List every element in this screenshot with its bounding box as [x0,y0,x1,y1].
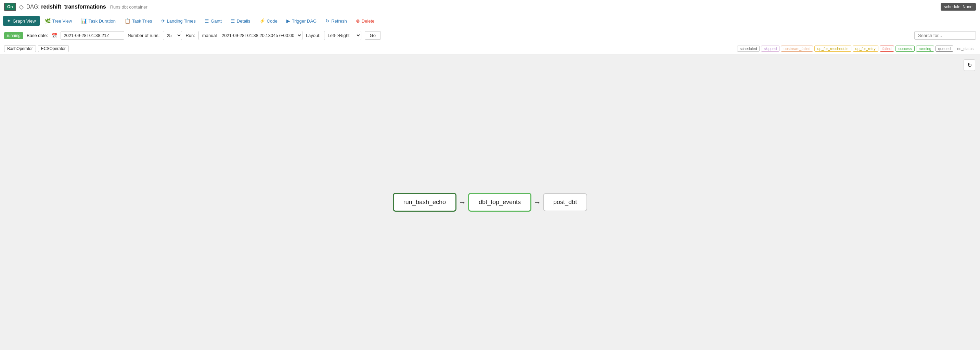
status-success[interactable]: success [896,46,915,52]
toolbar-row: running Base date: 📅 Number of runs: 25 … [0,28,980,43]
tab-code-label: Code [267,19,277,24]
code-icon: ⚡ [259,18,265,24]
tree-view-icon: 🌿 [45,18,51,24]
dag-node-dbt-top-events[interactable]: dbt_top_events [468,193,531,212]
arrow-1: → [458,198,466,207]
dag-node-run-bash-echo-label: run_bash_echo [403,199,446,206]
base-date-label: Base date: [27,33,48,38]
tab-graph-view[interactable]: ✦ Graph View [3,16,40,26]
refresh-icon: ↻ [325,18,329,24]
operator-badges: BashOperator ECSOperator [4,45,69,52]
status-failed[interactable]: failed [880,46,894,52]
status-scheduled[interactable]: scheduled [737,46,760,52]
tab-tree-view-label: Tree View [52,19,72,24]
search-input[interactable] [914,31,976,40]
tab-task-tries[interactable]: 📋 Task Tries [121,16,156,26]
tab-details-label: Details [237,19,250,24]
run-select[interactable]: manual__2021-09-28T01:38:20.130457+00:00 [199,31,302,40]
tab-task-duration-label: Task Duration [89,19,116,24]
status-running[interactable]: running [916,46,934,52]
dag-subtitle: Runs dbt container [110,5,148,10]
task-duration-icon: 📊 [81,18,87,24]
tab-graph-view-label: Graph View [13,19,36,24]
gantt-icon: ☰ [205,18,209,24]
status-no-status[interactable]: no_status [955,46,976,51]
base-date-input[interactable] [60,31,124,40]
graph-view-icon: ✦ [7,18,11,24]
running-badge: running [4,32,23,39]
tab-task-duration[interactable]: 📊 Task Duration [77,16,120,26]
on-badge[interactable]: On [4,3,16,11]
arrow-2: → [533,198,541,207]
layout-select[interactable]: Left->Right Top->Bottom [324,31,361,40]
status-upstream-failed[interactable]: upstream_failed [781,46,813,52]
go-button[interactable]: Go [365,31,381,40]
dag-node-run-bash-echo[interactable]: run_bash_echo [393,193,457,212]
status-queued[interactable]: queued [935,46,954,52]
dag-icon: ◇ [19,3,24,11]
operator-ecs[interactable]: ECSOperator [38,45,69,52]
dag-name: redshift_transformations [41,4,106,10]
num-runs-select[interactable]: 25 10 50 100 [163,31,182,40]
num-runs-label: Number of runs: [127,33,159,38]
tab-tree-view[interactable]: 🌿 Tree View [41,16,76,26]
graph-canvas: ↻ run_bash_echo → dbt_top_events → post_… [0,54,980,350]
dag-node-dbt-top-events-label: dbt_top_events [479,199,521,206]
tab-delete-label: Delete [362,19,375,24]
dag-label: DAG: redshift_transformations [26,4,106,10]
status-row: BashOperator ECSOperator scheduled skipp… [0,43,980,54]
status-skipped[interactable]: skipped [761,46,780,52]
canvas-refresh-button[interactable]: ↻ [964,59,975,71]
tab-gantt[interactable]: ☰ Gantt [200,16,226,26]
dag-prefix: DAG: [26,4,40,10]
tab-landing-times[interactable]: ✈ Landing Times [157,16,200,26]
tab-delete[interactable]: ⊗ Delete [352,16,379,26]
tab-refresh[interactable]: ↻ Refresh [321,16,351,26]
status-up-for-retry[interactable]: up_for_retry [853,46,878,52]
details-icon: ☰ [231,18,235,24]
canvas-refresh-icon: ↻ [967,62,972,69]
trigger-dag-icon: ▶ [286,18,290,24]
run-label: Run: [185,33,195,38]
status-up-for-reschedule[interactable]: up_for_reschedule [815,46,851,52]
page-layout: On ◇ DAG: redshift_transformations Runs … [0,0,980,350]
layout-label: Layout: [306,33,321,38]
header-left: On ◇ DAG: redshift_transformations Runs … [4,3,148,11]
tab-landing-times-label: Landing Times [167,19,196,24]
tab-gantt-label: Gantt [211,19,222,24]
tab-task-tries-label: Task Tries [132,19,152,24]
calendar-icon[interactable]: 📅 [51,33,57,38]
tab-refresh-label: Refresh [331,19,347,24]
tab-trigger-dag-label: Trigger DAG [292,19,317,24]
nav-tabs: ✦ Graph View 🌿 Tree View 📊 Task Duration… [0,14,980,28]
task-tries-icon: 📋 [124,18,130,24]
dag-node-post-dbt-label: post_dbt [553,199,577,206]
landing-times-icon: ✈ [161,18,165,24]
tab-details[interactable]: ☰ Details [226,16,255,26]
delete-icon: ⊗ [356,18,360,24]
tab-trigger-dag[interactable]: ▶ Trigger DAG [282,16,321,26]
tab-code[interactable]: ⚡ Code [255,16,282,26]
operator-bash[interactable]: BashOperator [4,45,36,52]
dag-node-post-dbt[interactable]: post_dbt [543,193,587,211]
status-badges: scheduled skipped upstream_failed up_for… [737,46,976,52]
dag-flow: run_bash_echo → dbt_top_events → post_db… [393,193,587,212]
schedule-badge: schedule: None [941,3,976,11]
top-header: On ◇ DAG: redshift_transformations Runs … [0,0,980,14]
